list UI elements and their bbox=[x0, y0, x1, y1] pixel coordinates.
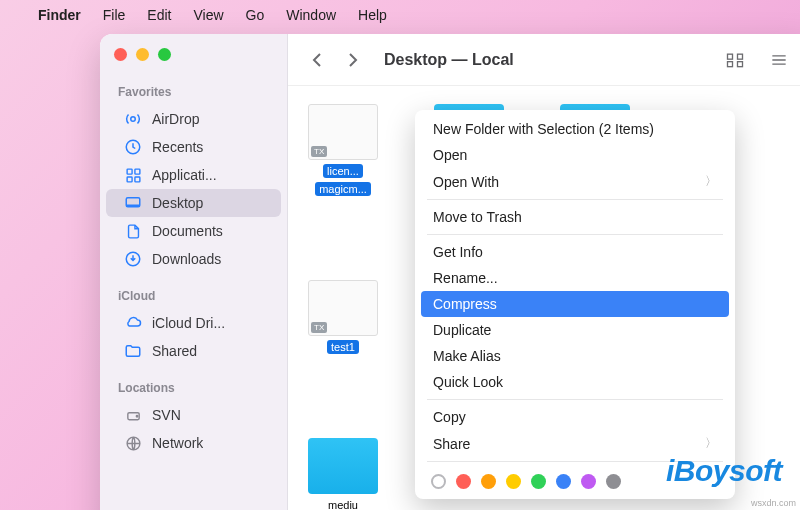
attribution: wsxdn.com bbox=[751, 498, 796, 508]
tag-none[interactable] bbox=[431, 474, 446, 489]
tag-orange[interactable] bbox=[481, 474, 496, 489]
menu-rename[interactable]: Rename... bbox=[421, 265, 729, 291]
menu-quick-look[interactable]: Quick Look bbox=[421, 369, 729, 395]
svg-point-0 bbox=[131, 117, 136, 122]
file-item[interactable]: TX test1 bbox=[300, 280, 386, 354]
sidebar-item-applications[interactable]: Applicati... bbox=[106, 161, 281, 189]
svg-rect-5 bbox=[134, 176, 139, 181]
sidebar-item-network[interactable]: Network bbox=[106, 429, 281, 457]
file-item[interactable]: TX licen... magicm... bbox=[300, 104, 386, 196]
menu-new-folder[interactable]: New Folder with Selection (2 Items) bbox=[421, 116, 729, 142]
svg-rect-2 bbox=[127, 169, 132, 174]
close-button[interactable] bbox=[114, 48, 127, 61]
file-name: magicm... bbox=[315, 182, 371, 196]
sidebar-item-label: Recents bbox=[152, 139, 203, 155]
menu-separator bbox=[427, 199, 723, 200]
menu-compress[interactable]: Compress bbox=[421, 291, 729, 317]
sidebar-item-label: Downloads bbox=[152, 251, 221, 267]
menu-open[interactable]: Open bbox=[421, 142, 729, 168]
svg-rect-3 bbox=[134, 169, 139, 174]
icon-view-button[interactable] bbox=[720, 49, 750, 71]
back-button[interactable] bbox=[306, 49, 328, 71]
sidebar-item-label: Desktop bbox=[152, 195, 203, 211]
shared-folder-icon bbox=[124, 342, 142, 360]
menu-open-with[interactable]: Open With〉 bbox=[421, 168, 729, 195]
zoom-button[interactable] bbox=[158, 48, 171, 61]
folder-icon bbox=[308, 438, 378, 494]
apps-icon bbox=[124, 166, 142, 184]
airdrop-icon bbox=[124, 110, 142, 128]
window-controls bbox=[100, 44, 287, 75]
context-menu[interactable]: New Folder with Selection (2 Items) Open… bbox=[415, 110, 735, 499]
watermark-brand: iBoysoft bbox=[666, 454, 782, 488]
txt-file-icon: TX bbox=[308, 104, 378, 160]
menu-make-alias[interactable]: Make Alias bbox=[421, 343, 729, 369]
doc-icon bbox=[124, 222, 142, 240]
menu-edit[interactable]: Edit bbox=[147, 7, 171, 23]
location-title: Desktop — Local bbox=[384, 51, 514, 69]
sidebar: Favorites AirDrop Recents Applicati... D… bbox=[100, 34, 288, 510]
sidebar-section-locations: Locations SVN Network bbox=[100, 371, 287, 463]
file-name: licen... bbox=[323, 164, 363, 178]
menu-bar[interactable]: Finder File Edit View Go Window Help bbox=[0, 0, 800, 30]
svg-rect-11 bbox=[728, 54, 733, 59]
tag-green[interactable] bbox=[531, 474, 546, 489]
download-icon bbox=[124, 250, 142, 268]
tag-gray[interactable] bbox=[606, 474, 621, 489]
clock-icon bbox=[124, 138, 142, 156]
sidebar-section-favorites: Favorites AirDrop Recents Applicati... D… bbox=[100, 75, 287, 279]
sidebar-item-downloads[interactable]: Downloads bbox=[106, 245, 281, 273]
sidebar-item-label: Network bbox=[152, 435, 203, 451]
svg-rect-14 bbox=[738, 61, 743, 66]
chevron-right-icon: 〉 bbox=[705, 173, 717, 190]
chevron-right-icon: 〉 bbox=[705, 435, 717, 452]
sidebar-item-label: AirDrop bbox=[152, 111, 199, 127]
menu-view[interactable]: View bbox=[193, 7, 223, 23]
menu-file[interactable]: File bbox=[103, 7, 126, 23]
folder-item[interactable]: mediu bbox=[300, 438, 386, 510]
menu-duplicate[interactable]: Duplicate bbox=[421, 317, 729, 343]
list-view-button[interactable] bbox=[764, 49, 794, 71]
sidebar-item-desktop[interactable]: Desktop bbox=[106, 189, 281, 217]
sidebar-item-label: SVN bbox=[152, 407, 181, 423]
sidebar-item-icloud-drive[interactable]: iCloud Dri... bbox=[106, 309, 281, 337]
section-title: Favorites bbox=[100, 81, 287, 105]
sidebar-item-label: iCloud Dri... bbox=[152, 315, 225, 331]
toolbar: Desktop — Local bbox=[288, 34, 800, 86]
sidebar-item-documents[interactable]: Documents bbox=[106, 217, 281, 245]
app-menu[interactable]: Finder bbox=[38, 7, 81, 23]
desktop-icon bbox=[124, 194, 142, 212]
tag-red[interactable] bbox=[456, 474, 471, 489]
menu-separator bbox=[427, 234, 723, 235]
menu-separator bbox=[427, 399, 723, 400]
tag-blue[interactable] bbox=[556, 474, 571, 489]
section-title: iCloud bbox=[100, 285, 287, 309]
svg-rect-13 bbox=[728, 61, 733, 66]
svg-rect-4 bbox=[127, 176, 132, 181]
txt-file-icon: TX bbox=[308, 280, 378, 336]
menu-copy[interactable]: Copy bbox=[421, 404, 729, 430]
disk-icon bbox=[124, 406, 142, 424]
sidebar-item-airdrop[interactable]: AirDrop bbox=[106, 105, 281, 133]
tag-purple[interactable] bbox=[581, 474, 596, 489]
sidebar-item-label: Documents bbox=[152, 223, 223, 239]
sidebar-item-shared[interactable]: Shared bbox=[106, 337, 281, 365]
sidebar-item-label: Shared bbox=[152, 343, 197, 359]
forward-button[interactable] bbox=[342, 49, 364, 71]
menu-share[interactable]: Share〉 bbox=[421, 430, 729, 457]
sidebar-section-icloud: iCloud iCloud Dri... Shared bbox=[100, 279, 287, 371]
menu-window[interactable]: Window bbox=[286, 7, 336, 23]
menu-get-info[interactable]: Get Info bbox=[421, 239, 729, 265]
menu-move-to-trash[interactable]: Move to Trash bbox=[421, 204, 729, 230]
sidebar-item-recents[interactable]: Recents bbox=[106, 133, 281, 161]
tag-yellow[interactable] bbox=[506, 474, 521, 489]
menu-help[interactable]: Help bbox=[358, 7, 387, 23]
minimize-button[interactable] bbox=[136, 48, 149, 61]
sidebar-item-label: Applicati... bbox=[152, 167, 217, 183]
menu-go[interactable]: Go bbox=[246, 7, 265, 23]
sidebar-item-svn[interactable]: SVN bbox=[106, 401, 281, 429]
file-name: test1 bbox=[327, 340, 359, 354]
svg-rect-12 bbox=[738, 54, 743, 59]
file-name: mediu bbox=[324, 498, 362, 510]
section-title: Locations bbox=[100, 377, 287, 401]
